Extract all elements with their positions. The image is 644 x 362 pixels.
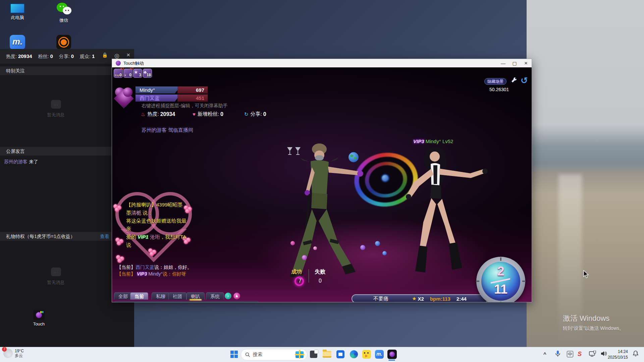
m-app-taskbar-icon[interactable]: m. [374, 349, 384, 359]
section-public-chat: 公屏发言 [0, 147, 112, 156]
exp-badge[interactable]: X2Exp0 [114, 69, 123, 78]
public-chat-message: 苏州的游客 来了 [4, 159, 38, 165]
taskbar: 7 19°C 多云 搜索 [0, 347, 644, 362]
coordinate-readout: 50.26301 [489, 87, 509, 92]
chat-user[interactable]: 西门又蓝 [136, 264, 154, 270]
rank-name: 西门又蓝 [140, 95, 160, 102]
close-button[interactable]: × [520, 60, 532, 67]
gift-empty-state: … 暂无消息 [0, 267, 112, 286]
desktop-icon-wechat[interactable]: 微信 [51, 3, 76, 23]
note-bubble [313, 246, 317, 250]
desktop-icon-recorder[interactable] [51, 35, 76, 51]
club-badge[interactable]: ♣18 [143, 69, 152, 78]
edge-browser-icon[interactable] [349, 349, 359, 359]
fail-label: 失败 [315, 268, 325, 276]
section-special-follow: 特别关注 [0, 66, 112, 75]
gift-broadcast: 【跨服喇叭】4399昭昭墨墨清栀 说： 将这朵蓝色妖姬赠送给我最亲 爱的 VIP… [113, 195, 194, 254]
game-scene: X2Exp0 X2¥0 ★3 ♣18 Mindy° 697 西门又蓝 451 [112, 67, 532, 302]
chat-message-2: 【当前】 VIP3 Mindy°说：你好呀 [117, 271, 186, 277]
speaker-icon[interactable] [600, 351, 607, 358]
tab-all[interactable]: 全部 [114, 292, 132, 300]
note-bubble [290, 241, 295, 245]
star-icon: ★ [412, 296, 416, 302]
this-pc-icon [10, 3, 25, 13]
weather-widget[interactable]: 7 19°C 多云 [3, 349, 24, 358]
tab-private[interactable]: 私聊 [152, 292, 170, 300]
tray-chevron-icon[interactable]: ^ [543, 351, 546, 357]
score-counter: 2 11 [476, 257, 525, 302]
heart-emblem [114, 85, 135, 106]
desktop-icon-touch[interactable]: Touch [26, 310, 52, 326]
search-icon [245, 352, 250, 357]
success-label: 成功 [291, 268, 302, 276]
activation-watermark: 激活 Windows 转到“设置”以激活 Windows。 [563, 313, 624, 331]
stat-fans: 粉丝:0 [38, 53, 53, 60]
beach-wallpaper [527, 0, 644, 347]
file-explorer-icon[interactable] [322, 349, 332, 359]
song-time: 2:44 [457, 296, 467, 302]
score-bottom: 11 [476, 282, 525, 297]
weather-cond: 多云 [15, 353, 24, 358]
song-bar: 不要痛 ★ X2 bpm:113 2:44 [352, 294, 488, 302]
section-gift-privilege: 礼物特权（每1虎牙币=1点收益） 查看 [0, 232, 112, 241]
weather-badge: 7 [2, 347, 7, 352]
tab-system[interactable]: 系统 [206, 292, 224, 300]
coin-badge[interactable]: X2¥0 [123, 69, 132, 78]
tab-guild[interactable]: 社团 [168, 292, 186, 300]
rank-bar-2: 西门又蓝 451 [136, 95, 208, 102]
game-titlebar[interactable]: Touch触动 — ▢ × [112, 59, 532, 67]
microphone-icon[interactable] [555, 350, 560, 358]
chat-user[interactable]: Mindy° [148, 271, 163, 277]
app-icon [116, 61, 121, 66]
dancer-nameplate: VIP3 Mindy° Lv52 [413, 138, 453, 144]
male-dancer [280, 140, 377, 281]
score-top: 2 [476, 264, 525, 279]
running-indicator [388, 360, 395, 361]
search-box[interactable]: 搜索 [241, 349, 307, 360]
stat-share: 分享:0 [59, 53, 74, 60]
undo-icon[interactable]: ↺ [521, 75, 528, 86]
message-user[interactable]: 苏州的游客 [4, 159, 28, 164]
ime-indicator[interactable]: 中 [567, 351, 573, 357]
record-target-icon[interactable]: ◎ [114, 52, 119, 59]
wrench-icon[interactable] [511, 77, 517, 85]
desktop: 此电脑 微信 m. 热度:20934 粉丝:0 分享:0 观众:1 🔒 ◎ × … [0, 0, 644, 362]
game-stat-newfans: ♥ 新增粉丝:0 [193, 111, 223, 117]
notification-bell-icon[interactable]: z [632, 350, 639, 358]
desktop-icon-m-app[interactable]: m. [5, 35, 30, 51]
follow-empty-state: … 暂无消息 [0, 100, 112, 118]
sogou-input-icon[interactable]: S [578, 351, 582, 358]
tab-current[interactable]: 当前 [130, 292, 148, 300]
flame-icon: ♨ [141, 111, 145, 117]
chat-message-1: 【当前】西门又蓝说：姐姐，你好。 [117, 264, 192, 270]
tab-horn[interactable]: 喇叭 [186, 292, 205, 300]
clock-date: 2025/10/15 [608, 355, 628, 360]
view-link[interactable]: 查看 [100, 232, 109, 241]
female-dancer [400, 145, 497, 279]
taskview-button[interactable] [309, 349, 319, 359]
ms-store-icon[interactable] [335, 349, 345, 359]
star-badge[interactable]: ★3 [133, 69, 142, 78]
cast-display-icon[interactable] [589, 351, 596, 358]
desktop-icon-this-pc[interactable]: 此电脑 [5, 3, 30, 21]
song-bpm: bpm:113 [430, 296, 450, 302]
user-toggle-icon[interactable]: ♟ [233, 293, 240, 299]
gift-promo-icon [296, 351, 304, 358]
maximize-button[interactable]: ▢ [509, 61, 520, 66]
helper-tooltip: 右键进程捕捉图层-编辑，可关闭弹幕助手 [142, 103, 228, 109]
note-bubble [360, 245, 365, 250]
stat-heat: 热度:20934 [6, 53, 32, 60]
hide-scene-button[interactable]: 隐藏场景 [484, 78, 506, 85]
touch-app-icon [33, 310, 45, 320]
minimize-button[interactable]: — [497, 61, 509, 66]
vip1-badge: VIP1 [138, 234, 149, 240]
lock-icon[interactable]: 🔒 [102, 52, 108, 58]
success-value: 7 [299, 278, 302, 284]
game-box-icon[interactable] [362, 349, 372, 359]
chat-input-row: 当前 ▲ ⊘ ☺ 发送 [115, 301, 258, 302]
touch-taskbar-icon[interactable] [387, 349, 397, 359]
close-icon[interactable]: × [126, 51, 130, 59]
clock[interactable]: 14:24 2025/10/15 [608, 349, 628, 360]
voice-toggle-icon[interactable]: ♪ [225, 293, 231, 299]
start-button[interactable] [229, 349, 239, 359]
